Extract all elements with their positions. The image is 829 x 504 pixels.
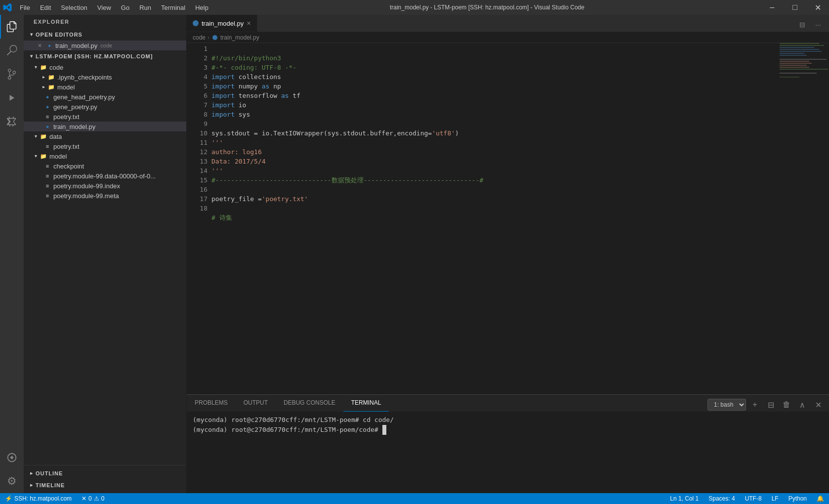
line-numbers: 12345 678910 1112131415 161718 xyxy=(187,43,211,394)
svg-rect-2 xyxy=(780,45,824,46)
activity-remote[interactable] xyxy=(0,446,24,469)
terminal-selector[interactable]: 1: bash xyxy=(707,399,746,411)
folder-code-icon: 📁 xyxy=(40,63,47,71)
activity-extensions[interactable] xyxy=(0,110,24,133)
folder-model[interactable]: 📁 model xyxy=(24,151,186,161)
window-title: train_model.py - LSTM-poem [SSH: hz.matp… xyxy=(213,4,761,11)
svg-rect-9 xyxy=(780,61,809,62)
timeline-label: TIMELINE xyxy=(36,482,65,488)
terminal-content[interactable]: (myconda) root@c270d6770cff:/mnt/LSTM-po… xyxy=(187,412,829,493)
split-terminal-button[interactable]: ⊟ xyxy=(764,398,778,412)
tab-debug-console[interactable]: DEBUG CONSOLE xyxy=(276,394,343,412)
svg-point-0 xyxy=(212,35,217,40)
file-poetry-txt-code[interactable]: ≡ poetry.txt xyxy=(24,112,186,122)
maximize-panel-button[interactable]: ∧ xyxy=(795,398,809,412)
menu-file[interactable]: File xyxy=(15,0,35,15)
open-editor-path: code xyxy=(100,42,112,48)
status-notifications[interactable]: 🔔 xyxy=(812,495,829,502)
split-editor-button[interactable]: ⊟ xyxy=(795,18,809,32)
folder-ipynb-checkpoints[interactable]: 📁 .ipynb_checkpoints xyxy=(24,72,186,82)
status-right: Ln 1, Col 1 Spaces: 4 UTF-8 LF Python 🔔 xyxy=(665,495,829,502)
status-remote[interactable]: ⚡ SSH: hz.matpool.com xyxy=(0,493,77,504)
file-gene-head-poetry[interactable]: ● gene_head_poetry.py xyxy=(24,92,186,102)
poetry-txt-code-label: poetry.txt xyxy=(53,113,80,121)
menu-terminal[interactable]: Terminal xyxy=(156,0,190,15)
status-spaces[interactable]: Spaces: 4 xyxy=(704,495,740,502)
python-file-icon: ● xyxy=(45,42,53,49)
folder-model-inner[interactable]: 📁 model xyxy=(24,82,186,92)
status-language[interactable]: Python xyxy=(784,495,812,502)
file-poetry-module-meta[interactable]: ≡ poetry.module-99.meta xyxy=(24,191,186,201)
activity-run[interactable] xyxy=(0,86,24,110)
status-errors[interactable]: ✕ 0 ⚠ 0 xyxy=(77,493,109,504)
file-train-model[interactable]: ● train_model.py xyxy=(24,122,186,131)
menu-selection[interactable]: Selection xyxy=(56,0,92,15)
folder-code-label: code xyxy=(49,64,63,71)
menu-go[interactable]: Go xyxy=(116,0,134,15)
breadcrumb-file[interactable]: train_model.py xyxy=(220,34,259,41)
open-editors-header[interactable]: OPEN EDITORS xyxy=(24,29,186,41)
breadcrumb-sep-1: › xyxy=(207,34,209,41)
poetry-module-meta-icon: ≡ xyxy=(43,192,51,200)
menu-edit[interactable]: Edit xyxy=(35,0,56,15)
close-panel-button[interactable]: ✕ xyxy=(811,398,825,412)
breadcrumb: code › train_model.py xyxy=(187,32,829,43)
menu-run[interactable]: Run xyxy=(134,0,156,15)
timeline-section[interactable]: TIMELINE xyxy=(24,479,186,491)
outline-section[interactable]: OUTLINE xyxy=(24,467,186,479)
open-editors-arrow xyxy=(28,31,36,39)
activity-settings[interactable]: ⚙ xyxy=(0,469,24,493)
editor-with-minimap: 12345 678910 1112131415 161718 #!/usr/bi… xyxy=(187,43,829,394)
tab-actions: ⊟ ··· xyxy=(791,18,829,32)
terminal-cursor xyxy=(382,425,386,435)
minimize-button[interactable]: – xyxy=(761,0,784,15)
folder-model-inner-arrow xyxy=(40,83,47,91)
svg-rect-4 xyxy=(780,49,819,50)
poetry-module-index-label: poetry.module-99.index xyxy=(53,182,120,190)
workspace-header[interactable]: LSTM-POEM [SSH: HZ.MATPOOL.COM] xyxy=(24,50,186,62)
poetry-txt-data-icon: ≡ xyxy=(43,142,51,150)
status-line-ending[interactable]: LF xyxy=(767,495,784,502)
file-poetry-txt-data[interactable]: ≡ poetry.txt xyxy=(24,141,186,151)
code-editor[interactable]: #!/usr/bin/python3 #-*- coding: UTF-8 -*… xyxy=(211,43,780,394)
kill-terminal-button[interactable]: 🗑 xyxy=(780,398,793,412)
open-editor-train-model[interactable]: ✕ ● train_model.py code xyxy=(24,41,186,50)
folder-model-inner-icon: 📁 xyxy=(47,83,55,91)
menu-view[interactable]: View xyxy=(92,0,116,15)
file-poetry-module-data[interactable]: ≡ poetry.module-99.data-00000-of-0... xyxy=(24,171,186,181)
status-line-col[interactable]: Ln 1, Col 1 xyxy=(665,495,704,502)
maximize-button[interactable]: □ xyxy=(784,0,806,15)
folder-model-icon: 📁 xyxy=(40,152,47,160)
close-button[interactable]: ✕ xyxy=(806,0,829,15)
folder-data[interactable]: 📁 data xyxy=(24,131,186,141)
folder-ipynb-label: .ipynb_checkpoints xyxy=(57,74,112,81)
more-actions-button[interactable]: ··· xyxy=(811,18,825,32)
activity-bottom: ⚙ xyxy=(0,446,24,493)
gene-poetry-label: gene_poetry.py xyxy=(53,103,97,111)
close-editor-icon[interactable]: ✕ xyxy=(36,42,43,49)
sidebar: EXPLORER OPEN EDITORS ✕ ● train_model.py… xyxy=(24,15,187,493)
file-checkpoint[interactable]: ≡ checkpoint xyxy=(24,161,186,171)
tab-terminal[interactable]: TERMINAL xyxy=(343,394,389,412)
tab-output[interactable]: OUTPUT xyxy=(236,394,276,412)
svg-rect-8 xyxy=(780,59,827,60)
file-gene-poetry[interactable]: ● gene_poetry.py xyxy=(24,102,186,112)
menu-help[interactable]: Help xyxy=(190,0,213,15)
breadcrumb-code[interactable]: code xyxy=(193,34,206,41)
tab-problems[interactable]: PROBLEMS xyxy=(187,394,236,412)
activity-search[interactable] xyxy=(0,39,24,62)
new-terminal-button[interactable]: + xyxy=(748,398,762,412)
activity-source-control[interactable] xyxy=(0,62,24,86)
activity-explorer[interactable] xyxy=(0,15,24,39)
folder-code[interactable]: 📁 code xyxy=(24,62,186,72)
minimap xyxy=(780,43,829,394)
tab-close-icon[interactable]: ✕ xyxy=(247,20,251,27)
panel: PROBLEMS OUTPUT DEBUG CONSOLE TERMINAL 1… xyxy=(187,394,829,493)
tab-train-model[interactable]: train_model.py ✕ xyxy=(187,15,257,32)
file-poetry-module-index[interactable]: ≡ poetry.module-99.index xyxy=(24,181,186,191)
status-encoding[interactable]: UTF-8 xyxy=(740,495,767,502)
gene-poetry-icon: ● xyxy=(43,103,51,111)
editor-area: train_model.py ✕ ⊟ ··· code › train_mode… xyxy=(187,15,829,493)
checkpoint-icon: ≡ xyxy=(43,162,51,170)
title-bar-right: – □ ✕ xyxy=(761,0,829,15)
